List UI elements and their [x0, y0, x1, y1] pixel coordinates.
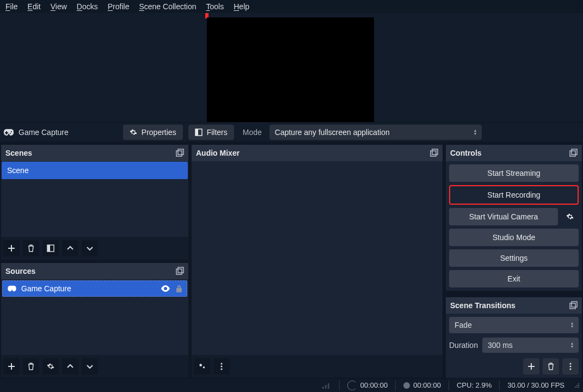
scenes-panel: Scenes Scene — [1, 145, 188, 260]
menu-profile[interactable]: Profile — [108, 2, 130, 11]
resize-grip-icon[interactable] — [574, 383, 580, 388]
gear-icon — [130, 128, 137, 136]
popout-icon[interactable] — [175, 267, 184, 275]
settings-button[interactable]: Settings — [449, 249, 579, 267]
sources-header[interactable]: Sources — [1, 263, 188, 279]
transitions-panel: Scene Transitions Fade ▴▾ Duration 300 m… — [446, 297, 582, 378]
gears-icon — [198, 363, 206, 370]
popout-icon[interactable] — [569, 149, 578, 157]
add-source-button[interactable] — [3, 358, 20, 375]
network-icon — [322, 382, 332, 389]
scene-item[interactable]: Scene — [2, 162, 188, 179]
remove-source-button[interactable] — [23, 358, 39, 375]
duration-value: 300 ms — [488, 341, 513, 350]
visibility-toggle[interactable] — [161, 285, 170, 292]
start-virtual-camera-button[interactable]: Start Virtual Camera — [449, 208, 558, 225]
popout-icon[interactable] — [569, 301, 578, 310]
stream-status: 00:00:00 — [347, 381, 388, 390]
gamepad-icon — [3, 128, 14, 136]
virtual-camera-settings-button[interactable] — [561, 208, 579, 225]
transition-value: Fade — [455, 321, 472, 329]
scene-up-button[interactable] — [62, 240, 78, 256]
advanced-audio-button[interactable] — [194, 358, 210, 375]
svg-point-28 — [578, 387, 579, 388]
divider — [449, 381, 449, 390]
chevron-up-icon — [67, 245, 73, 252]
preview-area[interactable] — [0, 13, 583, 122]
menu-docks[interactable]: Docks — [77, 2, 98, 11]
transitions-header[interactable]: Scene Transitions — [446, 297, 582, 314]
menu-tools[interactable]: Tools — [206, 2, 224, 11]
source-up-button[interactable] — [62, 358, 78, 375]
filters-label: Filters — [207, 128, 228, 137]
sources-list[interactable]: Game Capture — [1, 279, 188, 355]
menu-view[interactable]: View — [51, 2, 67, 11]
add-transition-button[interactable] — [523, 358, 539, 375]
svg-rect-5 — [47, 245, 50, 252]
sources-title: Sources — [5, 267, 35, 275]
source-properties-button[interactable] — [42, 358, 59, 375]
start-recording-button[interactable]: Start Recording — [449, 185, 579, 205]
properties-button[interactable]: Properties — [123, 125, 183, 140]
stream-spinner-icon — [347, 381, 357, 390]
fps: 30.00 / 30.00 FPS — [507, 381, 564, 389]
studio-mode-button[interactable]: Studio Mode — [449, 229, 579, 246]
plus-icon — [527, 363, 535, 370]
scenes-list[interactable]: Scene — [1, 161, 188, 237]
controls-header[interactable]: Controls — [446, 145, 582, 161]
mixer-header[interactable]: Audio Mixer — [192, 145, 443, 161]
popout-icon[interactable] — [429, 149, 438, 157]
menu-scene-collection[interactable]: Scene Collection — [139, 2, 196, 11]
mixer-menu-button[interactable] — [213, 358, 230, 375]
statusbar: 00:00:00 00:00:00 CPU: 2.9% 30.00 / 30.0… — [0, 378, 583, 392]
source-item[interactable]: Game Capture — [2, 280, 187, 297]
remove-transition-button[interactable] — [543, 358, 559, 375]
svg-point-11 — [220, 366, 222, 367]
menu-file[interactable]: File — [5, 2, 18, 11]
chevron-down-icon — [87, 245, 93, 252]
svg-rect-2 — [176, 151, 182, 156]
vertical-dots-icon — [569, 363, 572, 370]
plus-icon — [8, 363, 15, 370]
transition-properties-button[interactable] — [562, 358, 579, 375]
panel-icon — [47, 244, 54, 252]
svg-point-17 — [569, 363, 571, 365]
audio-mixer-panel: Audio Mixer — [192, 145, 443, 378]
menu-edit[interactable]: Edit — [28, 2, 41, 11]
scenes-header[interactable]: Scenes — [1, 145, 188, 161]
duration-input[interactable]: 300 ms ▴▾ — [482, 338, 579, 353]
filters-button[interactable]: Filters — [188, 125, 234, 140]
source-down-button[interactable] — [82, 358, 98, 375]
controls-title: Controls — [450, 149, 482, 157]
mixer-body — [192, 161, 443, 355]
svg-point-25 — [578, 385, 579, 386]
transitions-title: Scene Transitions — [450, 301, 516, 310]
updown-icon: ▴▾ — [571, 342, 573, 348]
lock-toggle[interactable] — [176, 285, 182, 292]
add-scene-button[interactable] — [3, 240, 20, 256]
remove-scene-button[interactable] — [23, 240, 39, 256]
vertical-dots-icon — [220, 363, 223, 370]
scenes-title: Scenes — [5, 149, 32, 157]
trash-icon — [27, 244, 35, 252]
mode-label: Mode — [243, 128, 262, 137]
gear-icon — [47, 363, 54, 370]
svg-rect-9 — [432, 149, 438, 155]
menu-help[interactable]: Help — [234, 2, 249, 11]
exit-button[interactable]: Exit — [449, 270, 579, 287]
preview-canvas[interactable] — [207, 17, 374, 122]
svg-point-24 — [576, 385, 578, 386]
svg-rect-6 — [176, 269, 182, 274]
popout-icon[interactable] — [175, 149, 184, 157]
svg-rect-8 — [431, 151, 436, 156]
start-streaming-button[interactable]: Start Streaming — [449, 164, 579, 182]
chevron-down-icon — [87, 363, 93, 370]
controls-panel: Controls Start Streaming Start Recording… — [446, 145, 582, 291]
properties-label: Properties — [142, 128, 176, 137]
scene-filters-button[interactable] — [42, 240, 59, 256]
mode-select[interactable]: Capture any fullscreen application ▴▾ — [269, 125, 482, 140]
transition-select[interactable]: Fade ▴▾ — [449, 317, 579, 333]
scene-down-button[interactable] — [82, 240, 98, 256]
gear-icon — [566, 213, 574, 220]
svg-rect-3 — [178, 149, 183, 155]
